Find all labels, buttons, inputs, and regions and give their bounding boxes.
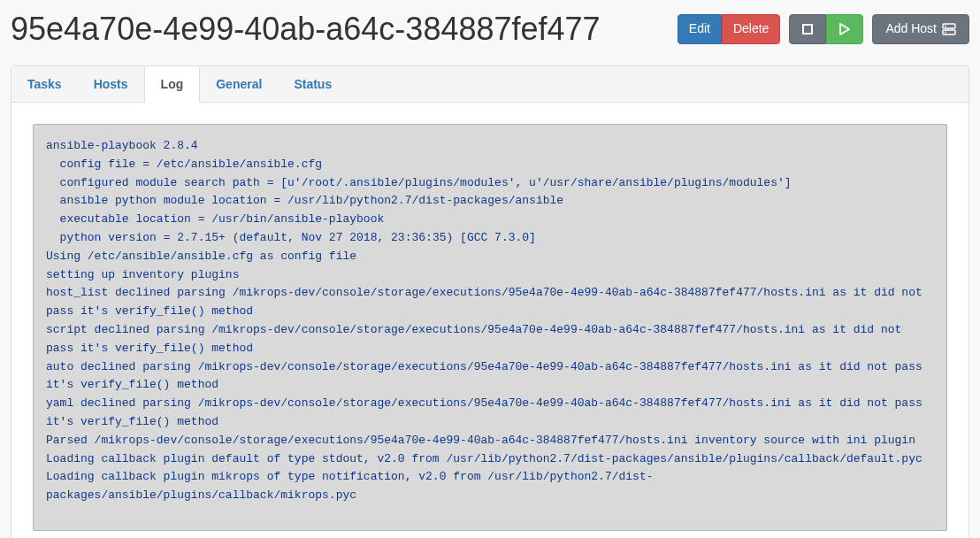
stop-button[interactable]	[789, 14, 826, 44]
edit-button[interactable]: Edit	[678, 14, 722, 44]
tab-hosts[interactable]: Hosts	[78, 66, 144, 102]
page-title: 95e4a70e-4e99-40ab-a64c-384887fef477	[11, 11, 601, 48]
tab-tasks[interactable]: Tasks	[11, 66, 78, 102]
svg-marker-1	[840, 24, 849, 35]
edit-delete-group: Edit Delete	[678, 14, 781, 44]
svg-rect-0	[803, 25, 812, 34]
run-controls-group	[789, 14, 863, 44]
tab-general[interactable]: General	[200, 66, 278, 102]
tab-log[interactable]: Log	[144, 66, 201, 103]
page-header: 95e4a70e-4e99-40ab-a64c-384887fef477 Edi…	[0, 0, 980, 65]
add-host-button[interactable]: Add Host	[872, 14, 969, 44]
svg-point-4	[945, 26, 946, 27]
tab-status[interactable]: Status	[278, 66, 348, 102]
server-icon	[942, 23, 956, 35]
svg-rect-2	[943, 24, 955, 28]
play-icon	[839, 23, 850, 35]
header-actions: Edit Delete Add Host	[678, 14, 969, 44]
svg-point-5	[945, 32, 946, 34]
main-panel: TasksHostsLogGeneralStatus ansible-playb…	[11, 65, 969, 538]
log-output: ansible-playbook 2.8.4 config file = /et…	[33, 124, 947, 531]
play-button[interactable]	[826, 14, 863, 44]
add-host-label: Add Host	[885, 20, 937, 38]
tab-bar: TasksHostsLogGeneralStatus	[11, 66, 969, 103]
delete-button[interactable]: Delete	[722, 14, 780, 44]
stop-icon	[802, 24, 813, 35]
tab-content: ansible-playbook 2.8.4 config file = /et…	[11, 103, 969, 538]
svg-rect-3	[943, 30, 955, 35]
